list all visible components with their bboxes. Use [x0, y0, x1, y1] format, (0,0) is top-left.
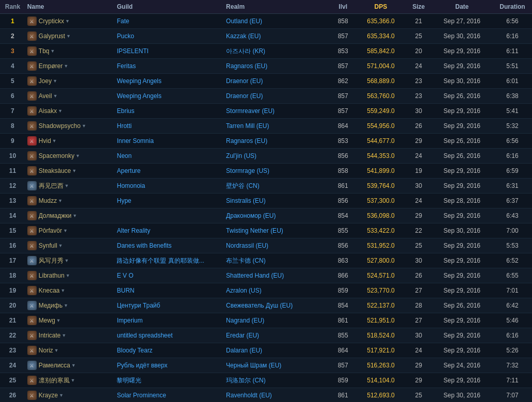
player-dropdown-arrow[interactable]: ▼ [71, 378, 75, 383]
player-name[interactable]: Noriz [39, 347, 53, 354]
player-name[interactable]: Долмаджки [39, 212, 72, 219]
player-dropdown-arrow[interactable]: ▼ [66, 273, 70, 278]
guild-name[interactable]: Inner Somnia [117, 137, 153, 144]
player-dropdown-arrow[interactable]: ▼ [58, 198, 62, 203]
player-dropdown-arrow[interactable]: ▼ [75, 153, 80, 158]
player-name[interactable]: Spacemonky [39, 152, 74, 159]
guild-name[interactable]: Imperium [117, 317, 142, 324]
player-name[interactable]: 再见巴西 [39, 182, 63, 190]
guild-name[interactable]: Neon [117, 152, 132, 159]
player-name[interactable]: Mudzz [39, 197, 57, 204]
player-dropdown-arrow[interactable]: ▼ [63, 303, 68, 308]
duration-value: 6:59 [506, 167, 518, 174]
guild-name[interactable]: Weeping Angels [117, 77, 162, 85]
header-ilvl[interactable]: Ilvl [330, 0, 356, 14]
guild-name[interactable]: IPSELENTI [117, 47, 148, 55]
ilvl-value: 855 [338, 332, 348, 339]
player-dropdown-arrow[interactable]: ▼ [51, 49, 55, 54]
player-dropdown-arrow[interactable]: ▼ [82, 123, 86, 128]
player-dropdown-arrow[interactable]: ▼ [63, 228, 68, 233]
rank-number: 8 [11, 122, 14, 130]
header-rank[interactable]: Rank [0, 0, 25, 14]
player-name[interactable]: Krayze [39, 392, 58, 399]
guild-name[interactable]: Fate [117, 18, 129, 25]
player-name[interactable]: Steaksàuce [39, 167, 71, 174]
player-icon: ⚔ [27, 151, 37, 160]
date-value: Sep 29, 2016 [444, 47, 480, 55]
player-dropdown-arrow[interactable]: ▼ [64, 63, 69, 69]
player-name[interactable]: Knecaa [39, 287, 60, 294]
guild-name[interactable]: Feritas [117, 62, 136, 70]
header-realm[interactable]: Realm [224, 0, 330, 14]
player-dropdown-arrow[interactable]: ▼ [65, 258, 69, 263]
guild-name[interactable]: Danes with Benefits [117, 242, 171, 249]
guild-name[interactable]: untitled spreadsheet [117, 332, 172, 339]
player-name[interactable]: Tbq [39, 47, 50, 55]
player-name[interactable]: Pôrfavör [39, 227, 62, 234]
player-dropdown-arrow[interactable]: ▼ [54, 348, 59, 353]
guild-name[interactable]: 黎明曙光 [117, 377, 141, 384]
player-name[interactable]: Cryptickx [39, 18, 64, 25]
rank-number: 24 [9, 362, 16, 369]
player-name[interactable]: Galyprust [39, 33, 65, 40]
realm-name: Eredar (EU) [226, 332, 259, 339]
guild-name[interactable]: Alter Reality [117, 227, 150, 234]
player-name[interactable]: Медифь [39, 302, 62, 309]
player-dropdown-arrow[interactable]: ▼ [61, 288, 66, 293]
player-dropdown-arrow[interactable]: ▼ [52, 138, 57, 143]
player-name[interactable]: Shadowpsycho [39, 122, 80, 130]
player-name[interactable]: Empører [39, 62, 63, 70]
guild-name[interactable]: Aperture [117, 167, 140, 174]
player-name[interactable]: Joey [39, 77, 52, 85]
guild-name[interactable]: Weeping Angels [117, 92, 162, 100]
player-dropdown-arrow[interactable]: ▼ [72, 168, 77, 173]
guild-name[interactable]: Hrotti [117, 122, 132, 130]
player-name[interactable]: Synfull [39, 242, 57, 249]
guild-name[interactable]: E V O [117, 272, 133, 279]
guild-name[interactable]: Центури Трайб [117, 302, 160, 309]
guild-name[interactable]: Solar Prominence [117, 392, 166, 399]
player-dropdown-arrow[interactable]: ▼ [58, 243, 63, 248]
dps-value: 568,889.0 [367, 77, 394, 85]
player-dropdown-arrow[interactable]: ▼ [65, 19, 70, 24]
duration-value: 5:53 [506, 242, 518, 249]
header-date[interactable]: Date [431, 0, 493, 14]
player-name[interactable]: Aisakx [39, 107, 57, 115]
table-row: 4 ⚔ Empører ▼ Feritas Ragnaros (EU) 857 … [0, 59, 532, 74]
player-dropdown-arrow[interactable]: ▼ [72, 213, 77, 218]
player-name[interactable]: Intricate [39, 332, 61, 339]
ilvl-value: 861 [338, 317, 348, 324]
player-dropdown-arrow[interactable]: ▼ [62, 333, 67, 338]
player-icon: ⚔ [27, 121, 37, 131]
player-dropdown-arrow[interactable]: ▼ [53, 93, 58, 99]
player-dropdown-arrow[interactable]: ▼ [71, 363, 76, 368]
header-guild[interactable]: Guild [115, 0, 224, 14]
player-dropdown-arrow[interactable]: ▼ [58, 108, 62, 114]
guild-name[interactable]: BURN [117, 287, 134, 294]
player-name[interactable]: Рамелисса [39, 362, 70, 369]
player-name[interactable]: 凛别的寒風 [39, 376, 70, 385]
player-dropdown-arrow[interactable]: ▼ [65, 183, 69, 188]
guild-name[interactable]: 路边好像有个联盟 真的耶装做... [117, 257, 204, 264]
player-name[interactable]: Mewg [39, 317, 55, 324]
player-name[interactable]: Librathun [39, 272, 65, 279]
player-dropdown-arrow[interactable]: ▼ [53, 78, 57, 84]
player-dropdown-arrow[interactable]: ▼ [59, 393, 63, 398]
guild-name[interactable]: Bloody Tearz [117, 347, 152, 354]
header-name[interactable]: Name [25, 0, 115, 14]
header-dps[interactable]: DPS [356, 0, 406, 14]
player-dropdown-arrow[interactable]: ▼ [56, 318, 61, 323]
realm-name: Свежеватель Душ (EU) [226, 302, 293, 309]
realm-name: Draenor (EU) [226, 92, 263, 100]
player-name[interactable]: Aveil [39, 92, 52, 100]
player-dropdown-arrow[interactable]: ▼ [66, 34, 71, 39]
header-duration[interactable]: Duration [493, 0, 532, 14]
guild-name[interactable]: Homonoia [117, 182, 145, 189]
guild-name[interactable]: Ebrius [117, 107, 134, 115]
guild-name[interactable]: Hype [117, 197, 131, 204]
player-name[interactable]: Hvid [39, 137, 51, 144]
guild-name[interactable]: Рубль идёт вверх [117, 362, 167, 369]
player-name[interactable]: 风写月秀 [39, 256, 63, 265]
guild-name[interactable]: Pucko [117, 33, 134, 40]
header-size[interactable]: Size [406, 0, 431, 14]
